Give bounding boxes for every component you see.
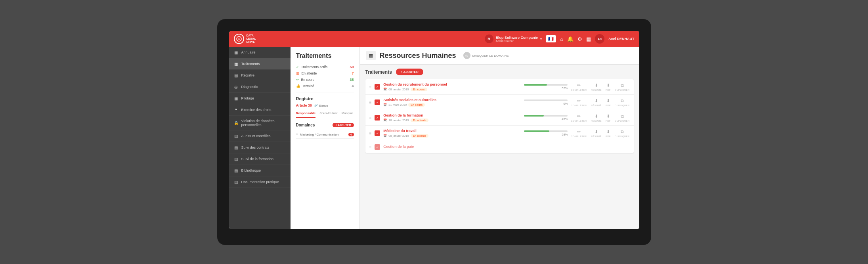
completer-label: COMPLÉTER [571,120,587,122]
row-checkbox[interactable] [375,115,380,121]
sidebar: ▦ Annuaire ▦ Traitements ▤ Registre ◎ Di… [229,47,291,229]
dupliquer-button[interactable]: ⧉ DUPLIQUER [615,129,630,138]
resume-button[interactable]: ⬇ RÉSUMÉ [591,98,601,107]
drag-handle-icon: ≡ [296,132,298,136]
domain-count: 4 [348,133,354,136]
gear-icon[interactable]: ⚙ [577,36,582,42]
sidebar-item-exercice[interactable]: ❝ Exercice des droits [229,104,291,116]
stat-actifs-count: 50 [350,65,354,69]
violation-icon: 🔒 [234,121,239,125]
sidebar-item-formation[interactable]: ▤ Suivi de la formation [229,153,291,165]
edit-icon: ✏ [577,114,581,119]
sidebar-label: Bibliothèque [241,168,261,172]
tab-masque[interactable]: Masqué [342,111,353,118]
dupliquer-button[interactable]: ⧉ DUPLIQUER [615,114,630,122]
drag-handle-icon: ≡ [369,85,372,89]
completer-button[interactable]: ✏ COMPLÉTER [571,83,587,91]
row-checkbox[interactable] [375,84,380,90]
row-content: Gestion de la formation 📅 18 janvier 201… [383,113,521,122]
row-content: Activités sociales et culturelles 📅 21 m… [383,98,521,107]
resume-icon: ⬇ [595,83,598,88]
bell-icon[interactable]: 🔔 [567,36,574,42]
sidebar-label: Traitements [241,62,260,66]
domain-item-marketing[interactable]: ≡ Marketing / Communication 4 [296,130,354,139]
stat-cours-count: 35 [350,78,354,82]
stats-icon[interactable]: ▦ [586,36,591,42]
tab-sous-traitant[interactable]: Sous-traitant [319,111,337,118]
sidebar-item-diagnostic[interactable]: ◎ Diagnostic [229,81,291,93]
row-name[interactable]: Gestion de la formation [383,113,521,117]
sidebar-label: Audits et contrôles [241,134,271,138]
formation-icon: ▤ [234,157,239,161]
domaines-title: Domaines [296,123,315,127]
row-checkbox[interactable] [375,144,380,150]
logo-circle: D [234,34,244,44]
ajouter-domaine-button[interactable]: + AJOUTER [333,123,354,127]
sidebar-item-violation[interactable]: 🔒 Violation de données personnelles [229,116,291,130]
sidebar-item-bibliotheque[interactable]: ▤ Bibliothèque [229,165,291,176]
company-info[interactable]: B Blop Software Companie Administrateur … [485,34,542,43]
row-content: Médecine du travail 📅 08 janvier 2019 En… [383,129,521,138]
traitements-section-label: Traitements [365,69,392,75]
resume-button[interactable]: ⬇ RÉSUMÉ [591,114,601,122]
sidebar-item-annuaire[interactable]: ▦ Annuaire [229,47,291,58]
dupliquer-button[interactable]: ⧉ DUPLIQUER [615,83,630,91]
masquer-domaine-button[interactable]: ◎ MASQUER LE DOMAINE [463,52,509,59]
pdf-button[interactable]: ⬇ PDF [606,114,611,122]
progress-section: 0% [524,99,568,105]
pdf-button[interactable]: ⬇ PDF [606,98,611,107]
sidebar-item-audits[interactable]: ▤ Audits et contrôles [229,130,291,142]
eye-icon: ◎ [465,54,468,57]
row-actions: ✏ COMPLÉTER ⬇ RÉSUMÉ ⬇ PDF [571,98,629,107]
sidebar-item-pilotage[interactable]: ▦ Pilotage [229,93,291,104]
sidebar-label: Pilotage [241,96,254,100]
sidebar-item-contrats[interactable]: ▤ Suivi des contrats [229,142,291,153]
sidebar-item-registre[interactable]: ▤ Registre [229,70,291,81]
progress-bar-fill [524,84,547,86]
ajouter-traitement-button[interactable]: + AJOUTER [396,69,423,75]
laptop-frame: D DATA LEGAL DRIVE B Blop Software Compa… [217,19,651,245]
row-name[interactable]: Gestion de la paie [383,145,629,149]
article-row: Article 30 🔗 Etendu [296,103,354,107]
row-date: 📅 08 janvier 2019 En attente [383,134,521,138]
sidebar-item-documentation[interactable]: ▤ Documentation pratique [229,176,291,188]
dupliquer-label: DUPLIQUER [615,135,630,138]
content-header: ▦ Ressources Humaines ◎ MASQUER LE DOMAI… [360,47,639,65]
row-name[interactable]: Médecine du travail [383,129,521,133]
grid-view-button[interactable]: ▦ [366,51,376,60]
row-content: Gestion de la paie [383,145,629,150]
row-date: 📅 21 mars 2019 En cours [383,103,521,107]
row-checkbox[interactable] [375,130,380,136]
row-name[interactable]: Activités sociales et culturelles [383,98,521,102]
row-actions: ✏ COMPLÉTER ⬇ RÉSUMÉ ⬇ PDF [571,114,629,122]
resume-button[interactable]: ⬇ RÉSUMÉ [591,129,601,138]
completer-button[interactable]: ✏ COMPLÉTER [571,114,587,122]
home-icon[interactable]: ⌂ [560,36,563,42]
bibliotheque-icon: ▤ [234,168,239,173]
progress-section: 58% [524,130,568,136]
progress-section: 52% [524,84,568,90]
calendar-icon: 📅 [383,88,387,91]
completer-label: COMPLÉTER [571,135,587,138]
traitements-header: Traitements + AJOUTER [365,69,634,75]
row-checkbox[interactable] [375,99,380,105]
completer-button[interactable]: ✏ COMPLÉTER [571,98,587,107]
edit-icon: ✏ [577,129,581,134]
company-name: Blop Software Companie [496,36,538,40]
language-flag[interactable]: 🇫🇷 [546,35,556,42]
drag-handle-icon: ≡ [369,131,372,136]
tab-responsable[interactable]: Responsable [296,111,316,118]
row-name[interactable]: Gestion du recrutement du personnel [383,82,521,86]
progress-bar-fill [524,115,544,117]
dupliquer-button[interactable]: ⧉ DUPLIQUER [615,98,630,107]
status-badge: En attente [411,134,429,138]
sidebar-item-traitements[interactable]: ▦ Traitements [229,58,291,70]
pdf-button[interactable]: ⬇ PDF [606,129,611,138]
link-icon: 🔗 [314,104,318,107]
domain-label: Marketing / Communication [300,133,338,136]
resume-button[interactable]: ⬇ RÉSUMÉ [591,83,601,91]
pdf-button[interactable]: ⬇ PDF [606,83,611,91]
completer-button[interactable]: ✏ COMPLÉTER [571,129,587,138]
exercice-icon: ❝ [234,107,239,112]
stat-termine-left: 👍 Terminé [296,84,314,88]
